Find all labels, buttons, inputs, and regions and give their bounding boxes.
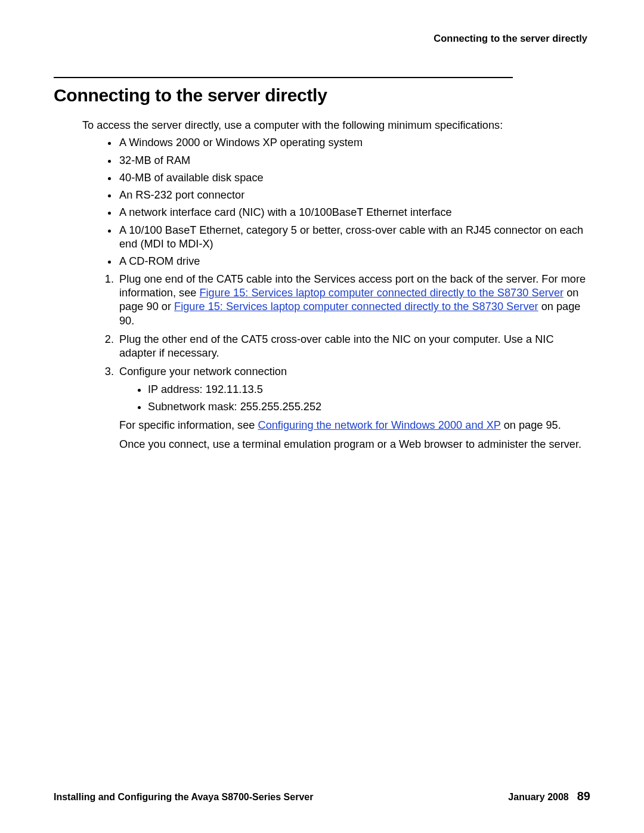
section-rule: [54, 77, 513, 78]
step-text: on page 95.: [501, 419, 561, 431]
section-title: Connecting to the server directly: [54, 85, 590, 106]
list-item: IP address: 192.11.13.5: [148, 383, 590, 397]
step-2: Plug the other end of the CAT5 cross-ove…: [117, 333, 590, 361]
body-content: To access the server directly, use a com…: [82, 119, 590, 451]
figure-15-link[interactable]: Figure 15: Services laptop computer conn…: [174, 301, 538, 312]
list-item: A 10/100 BaseT Ethernet, category 5 or b…: [118, 224, 590, 252]
list-item: 32-MB of RAM: [118, 154, 590, 168]
step-text: For specific information, see: [119, 419, 258, 431]
footer-page-number: 89: [577, 789, 590, 803]
step-1: Plug one end of the CAT5 cable into the …: [117, 272, 590, 328]
intro-paragraph: To access the server directly, use a com…: [82, 119, 590, 132]
network-config-list: IP address: 192.11.13.5 Subnetwork mask:…: [119, 383, 590, 414]
final-note: Once you connect, use a terminal emulati…: [119, 438, 590, 451]
spec-list: A Windows 2000 or Windows XP operating s…: [82, 136, 590, 268]
step-text: Configure your network connection: [119, 366, 287, 377]
figure-15-link[interactable]: Figure 15: Services laptop computer conn…: [199, 287, 564, 299]
page-footer: Installing and Configuring the Avaya S87…: [54, 789, 590, 803]
footer-doc-title: Installing and Configuring the Avaya S87…: [54, 792, 313, 803]
document-page: Connecting to the server directly Connec…: [0, 0, 644, 833]
running-header: Connecting to the server directly: [54, 33, 587, 44]
step-3: Configure your network connection IP add…: [117, 365, 590, 451]
list-item: A CD-ROM drive: [118, 255, 590, 268]
list-item: A network interface card (NIC) with a 10…: [118, 206, 590, 219]
steps-list: Plug one end of the CAT5 cable into the …: [82, 272, 590, 451]
configuring-network-link[interactable]: Configuring the network for Windows 2000…: [258, 419, 501, 431]
see-also: For specific information, see Configurin…: [119, 419, 590, 432]
list-item: A Windows 2000 or Windows XP operating s…: [118, 136, 590, 150]
list-item: 40-MB of available disk space: [118, 171, 590, 185]
list-item: An RS-232 port connector: [118, 188, 590, 202]
list-item: Subnetwork mask: 255.255.255.252: [148, 400, 590, 414]
footer-date: January 2008: [508, 792, 568, 803]
